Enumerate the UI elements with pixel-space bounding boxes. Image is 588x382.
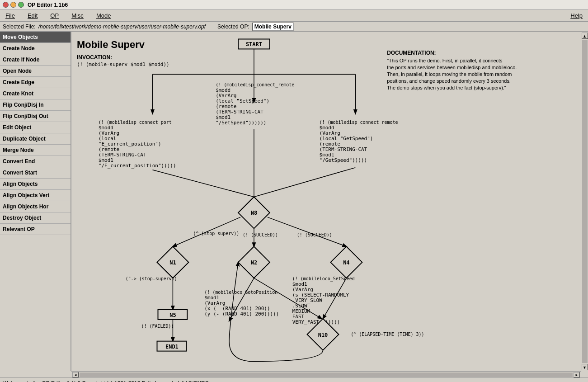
svg-text:N2: N2	[251, 259, 257, 266]
svg-text:INVOCATION:: INVOCATION:	[77, 54, 112, 61]
svg-text:VERY_FAST .))))): VERY_FAST .)))))	[292, 319, 340, 325]
svg-text:positions, and change speed ra: positions, and change speed randomly eve…	[387, 78, 511, 84]
sidebar-btn-destroy-object[interactable]: Destroy Object	[0, 212, 71, 224]
app-title: OP Editor 1.1b6	[28, 2, 68, 8]
svg-text:(y (- (RAND 401) 200))))): (y (- (RAND 401) 200)))))	[204, 311, 279, 317]
menu-file[interactable]: File	[2, 11, 19, 20]
sidebar-btn-convert-end[interactable]: Convert End	[0, 156, 71, 167]
sidebar-btn-convert-start[interactable]: Convert Start	[0, 167, 71, 179]
scroll-up-button[interactable]: ▲	[582, 33, 588, 39]
graph-svg: Mobile Superv INVOCATION: (! (mobile-sup…	[71, 32, 581, 371]
svg-text:(! (SUCCEED)): (! (SUCCEED))	[243, 232, 278, 237]
vertical-scrollbar[interactable]: ▲ ▼	[581, 32, 588, 371]
main-area: Move ObjectsCreate NodeCreate If NodeOpe…	[0, 32, 588, 371]
svg-text:(^ (ELAPSED-TIME (TIME) 3)): (^ (ELAPSED-TIME (TIME) 3))	[351, 332, 424, 337]
sidebar-btn-create-knot[interactable]: Create Knot	[0, 88, 71, 99]
sidebar-btn-duplicate-object[interactable]: Duplicate Object	[0, 133, 71, 145]
sidebar-btn-align-objects-vert[interactable]: Align Objects Vert	[0, 190, 71, 201]
sidebar-btn-open-node[interactable]: Open Node	[0, 66, 71, 77]
svg-text:(! (SUCCEED)): (! (SUCCEED))	[297, 232, 332, 237]
sidebar-btn-flip-conj-out[interactable]: Flip Conj/Disj Out	[0, 111, 71, 122]
sidebar: Move ObjectsCreate NodeCreate If NodeOpe…	[0, 32, 71, 371]
status-text: Welcome to the OP Editor 1.1b6 Copyright…	[3, 380, 210, 382]
sidebar-btn-align-objects-hor[interactable]: Align Objects Hor	[0, 201, 71, 212]
sidebar-btn-relevant-op[interactable]: Relevant OP	[0, 224, 71, 235]
svg-text:"/GetSpeed"))))): "/GetSpeed")))))	[320, 157, 367, 163]
canvas-area[interactable]: Mobile Superv INVOCATION: (! (mobile-sup…	[71, 32, 581, 371]
hscroll-thumb[interactable]	[80, 373, 573, 377]
svg-text:("-> (stop-superv)): ("-> (stop-superv))	[126, 276, 177, 281]
svg-text:"/SetSpeed")))))): "/SetSpeed"))))))	[216, 120, 266, 126]
svg-text:N1: N1	[169, 259, 176, 266]
hscroll-left-button[interactable]: ◄	[72, 372, 79, 377]
svg-text:"This OP runs the demo. First,: "This OP runs the demo. First, in parall…	[387, 58, 503, 63]
scroll-down-button[interactable]: ▼	[582, 364, 588, 370]
sidebar-btn-create-node[interactable]: Create Node	[0, 43, 71, 54]
sidebar-btn-create-edge[interactable]: Create Edge	[0, 77, 71, 88]
statusbar-bottom: Welcome to the OP Editor 1.1b6 Copyright…	[0, 377, 588, 382]
menu-mode[interactable]: Mode	[93, 11, 115, 20]
menu-help[interactable]: Help	[567, 11, 586, 20]
scroll-thumb[interactable]	[582, 40, 588, 363]
titlebar-buttons	[3, 2, 24, 8]
selected-file-label: Selected File:	[3, 24, 36, 30]
sidebar-btn-edit-object[interactable]: Edit Object	[0, 122, 71, 133]
svg-line-81	[323, 278, 347, 319]
selected-file-path: /home/felixtest/work/demo-mobile-superv/…	[38, 24, 206, 30]
sidebar-btn-flip-conj-in[interactable]: Flip Conj/Disj In	[0, 99, 71, 111]
svg-line-42	[254, 168, 355, 197]
selected-op-label: Selected OP:	[217, 24, 249, 30]
sidebar-btn-merge-node[interactable]: Merge Node	[0, 145, 71, 156]
svg-text:DOCUMENTATION:: DOCUMENTATION:	[387, 50, 436, 56]
svg-text:Then, in parallel, it loops mo: Then, in parallel, it loops moving the m…	[387, 71, 512, 77]
svg-text:END1: END1	[165, 344, 179, 350]
svg-text:the ports and services between: the ports and services between mobiledis…	[387, 65, 517, 70]
svg-text:N4: N4	[343, 259, 349, 266]
svg-text:N8: N8	[251, 210, 257, 216]
menu-edit[interactable]: Edit	[24, 11, 41, 20]
menu-misc[interactable]: Misc	[68, 11, 87, 20]
svg-text:(^ (stop-superv)): (^ (stop-superv))	[193, 231, 239, 236]
svg-line-50	[268, 217, 347, 246]
statusbar-top: Selected File: /home/felixtest/work/demo…	[0, 22, 588, 32]
horizontal-scrollbar[interactable]: ◄ ►	[71, 371, 581, 377]
close-button[interactable]	[3, 2, 9, 8]
svg-line-40	[153, 170, 254, 197]
titlebar: OP Editor 1.1b6	[0, 0, 588, 10]
menu-op[interactable]: OP	[47, 11, 62, 20]
svg-text:N5: N5	[169, 312, 176, 318]
hscroll-right-button[interactable]: ►	[574, 372, 580, 377]
svg-text:START: START	[246, 41, 262, 47]
maximize-button[interactable]	[18, 2, 24, 8]
svg-text:"/E_current_position"))))): "/E_current_position")))))	[99, 163, 176, 169]
graph-title: Mobile Superv	[77, 39, 145, 50]
sidebar-btn-create-if-node[interactable]: Create If Node	[0, 54, 71, 66]
svg-text:(! (mobile-superv $mod1 $modd): (! (mobile-superv $mod1 $modd))	[77, 61, 169, 67]
svg-text:(! (FAILED)): (! (FAILED))	[141, 324, 174, 329]
sidebar-btn-move-objects[interactable]: Move Objects	[0, 32, 71, 43]
minimize-button[interactable]	[10, 2, 16, 8]
svg-text:The demo stops when you add th: The demo stops when you add the fact (st…	[387, 85, 506, 90]
selected-op-value: Mobile Superv	[252, 23, 294, 31]
svg-text:N10: N10	[318, 332, 328, 338]
menubar: File Edit OP Misc Mode Help	[0, 10, 588, 22]
sidebar-btn-align-objects[interactable]: Align Objects	[0, 179, 71, 190]
